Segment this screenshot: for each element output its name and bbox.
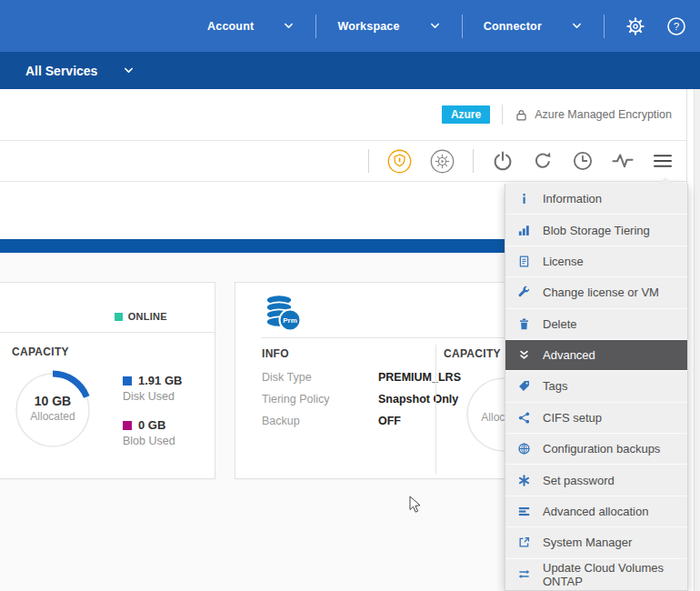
menu-item-tags[interactable]: Tags: [505, 371, 687, 402]
environment-title-row: Azure Azure Managed Encryption: [0, 89, 686, 141]
wrench-icon: [517, 285, 531, 299]
capacity-legend: 1.91 GBDisk Used0 GBBlob Used: [123, 374, 182, 463]
header-separator: [315, 15, 316, 38]
chevron-down-icon: [571, 20, 583, 32]
all-services-label: All Services: [25, 64, 97, 78]
external-link-icon: [517, 536, 531, 549]
menu-item-label: Advanced allocation: [543, 505, 648, 518]
menu-item-label: Set password: [543, 474, 615, 487]
power-icon[interactable]: [492, 150, 514, 172]
capacity-section-title: CAPACITY: [444, 347, 501, 360]
info-value: Snapshot Only: [378, 393, 458, 406]
menu-item-label: System Manager: [543, 536, 632, 549]
menu-item-label: Change license or VM: [543, 285, 659, 299]
lock-icon: [515, 108, 528, 122]
menu-item-cifs-setup[interactable]: CIFS setup: [505, 403, 687, 434]
menu-item-label: Configuration backups: [543, 442, 660, 456]
premium-disk-icon: [262, 293, 304, 333]
help-icon[interactable]: [666, 16, 686, 36]
menu-item-change-license-or-vm[interactable]: Change license or VM: [505, 277, 687, 308]
rows-icon: [517, 505, 531, 518]
legend-entry: 1.91 GBDisk Used: [123, 374, 182, 403]
chevron-down-icon: [283, 20, 295, 32]
chevron-down-icon: [123, 65, 135, 76]
workspace-menu[interactable]: Workspace: [337, 20, 440, 33]
menu-item-set-password[interactable]: Set password: [505, 465, 687, 496]
menu-item-configuration-backups[interactable]: Configuration backups: [505, 434, 687, 465]
action-toolbar: [0, 141, 686, 182]
menu-item-label: CIFS setup: [543, 411, 602, 425]
connector-menu[interactable]: Connector: [484, 20, 583, 33]
hamburger-menu-icon[interactable]: [652, 150, 674, 172]
workspace-menu-label: Workspace: [337, 20, 399, 33]
clock-icon[interactable]: [572, 150, 594, 172]
menu-item-advanced[interactable]: Advanced: [505, 340, 687, 371]
menu-item-label: Tags: [543, 379, 567, 393]
license-icon: [517, 255, 531, 268]
header-separator: [604, 15, 605, 38]
header-separator: [462, 15, 463, 38]
globe-icon: [517, 442, 531, 456]
chevron-down-icon: [429, 20, 441, 32]
asterisk-icon: [517, 474, 531, 487]
context-menu-list: InformationBlob Storage TieringLicenseCh…: [505, 184, 688, 591]
menu-item-information[interactable]: Information: [505, 184, 687, 215]
scrollbar-track[interactable]: [694, 89, 700, 591]
legend-entry: 0 GBBlob Used: [123, 418, 182, 447]
menu-item-label: Blob Storage Tiering: [543, 224, 650, 237]
connector-menu-label: Connector: [484, 20, 542, 33]
menu-item-label: Delete: [543, 317, 577, 331]
card-vertical-divider: [435, 345, 436, 474]
info-label: Disk Type: [262, 371, 312, 384]
title-separator: [502, 105, 503, 125]
menu-item-label: Advanced: [543, 348, 595, 362]
trash-icon: [517, 317, 531, 331]
menu-item-update-cloud-volumes-ontap[interactable]: Update Cloud Volumes ONTAP: [505, 559, 687, 590]
card-divider: [0, 332, 215, 333]
app-window: Account Workspace Connector All Services: [0, 0, 700, 591]
encryption-info: Azure Managed Encryption: [515, 108, 672, 122]
info-label: Backup: [262, 415, 300, 427]
info-value: PREMIUM_LRS: [378, 371, 461, 384]
gear-icon[interactable]: [625, 16, 645, 36]
menu-item-blob-storage-tiering[interactable]: Blob Storage Tiering: [505, 215, 687, 245]
menu-item-advanced-allocation[interactable]: Advanced allocation: [505, 496, 687, 527]
bar-chart-icon: [517, 224, 531, 237]
capacity-card: ONLINE CAPACITY 10 GB Allocated 1.91 GBD…: [0, 282, 215, 479]
top-header-bar: Account Workspace Connector: [0, 0, 700, 52]
info-value: OFF: [378, 415, 401, 427]
all-services-dropdown[interactable]: All Services: [25, 64, 135, 78]
services-bar: All Services: [0, 52, 700, 89]
menu-item-label: License: [543, 255, 584, 268]
encryption-label: Azure Managed Encryption: [535, 108, 672, 121]
tag-icon: [517, 379, 531, 393]
provider-badge: Azure: [442, 105, 490, 124]
toolbar-separator: [368, 149, 369, 173]
pulse-icon[interactable]: [612, 150, 634, 172]
donut-label: Allocated: [9, 410, 96, 423]
info-label: Tiering Policy: [262, 393, 330, 406]
capacity-donut-chart: 10 GB Allocated: [9, 366, 96, 454]
status-badge: ONLINE: [115, 311, 167, 322]
menu-item-license[interactable]: License: [505, 246, 687, 277]
capacity-section-title: CAPACITY: [12, 346, 69, 358]
account-menu[interactable]: Account: [207, 20, 295, 33]
refresh-icon[interactable]: [532, 150, 554, 172]
menu-item-label: Information: [543, 192, 602, 205]
context-menu-caret: [505, 177, 688, 185]
swap-arrows-icon: [517, 567, 531, 581]
menu-item-system-manager[interactable]: System Manager: [505, 527, 687, 558]
account-menu-label: Account: [207, 20, 254, 33]
online-indicator-square: [115, 313, 123, 321]
info-icon: [517, 192, 531, 205]
share-icon: [517, 411, 531, 425]
menu-item-delete[interactable]: Delete: [505, 309, 687, 340]
info-section-title: INFO: [262, 347, 289, 360]
donut-value: 10 GB: [9, 394, 96, 408]
toolbar-separator: [473, 149, 474, 173]
helm-wheel-icon[interactable]: [430, 149, 455, 174]
menu-item-label: Update Cloud Volumes ONTAP: [543, 561, 687, 588]
shield-alert-icon[interactable]: [387, 149, 412, 174]
double-chevron-down-icon: [517, 348, 531, 362]
status-label: ONLINE: [128, 311, 167, 322]
